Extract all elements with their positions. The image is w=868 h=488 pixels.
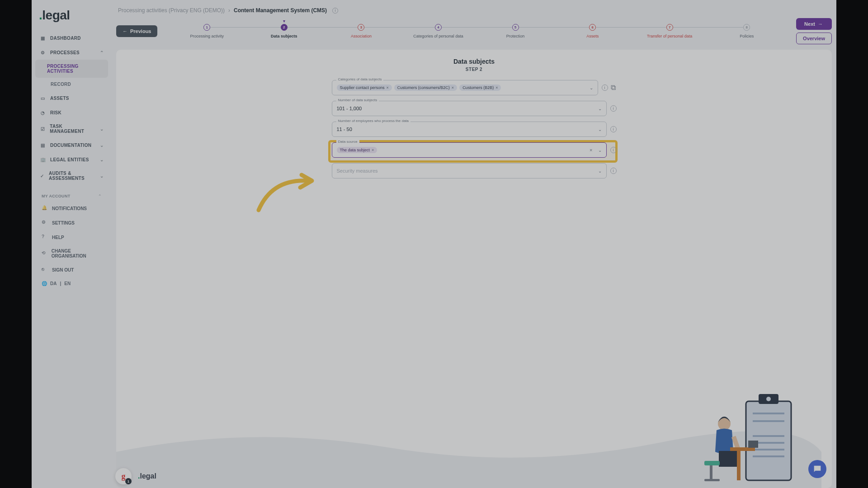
language-switch[interactable]: 🌐 DA | EN [38,277,105,290]
clear-icon[interactable]: × [590,147,592,153]
chevron-down-icon: ⌄ [100,143,104,148]
overview-button[interactable]: Overview [796,33,832,44]
chevron-right-icon: › [228,7,230,14]
nav-settings[interactable]: ⚙ SETTINGS [38,216,105,230]
current-marker-icon: ▾ [283,19,285,23]
nav-record[interactable]: RECORD [35,78,108,91]
arrow-annotation [254,169,317,215]
step-8[interactable]: 8 Policies [708,24,786,38]
nav-sign-out[interactable]: ⎋ SIGN OUT [38,263,105,277]
security-measures-select[interactable]: Security measures ⌄ [332,163,607,178]
info-icon[interactable]: i [610,105,617,112]
form-title: Data subjects [116,58,832,65]
nav-task-management[interactable]: ☑ TASK MANAGEMENT ⌄ [35,120,108,138]
nav-assets[interactable]: ▭ ASSETS [35,91,108,105]
info-icon[interactable]: i [332,8,338,14]
risk-icon: ◔ [40,109,46,116]
step-1[interactable]: 1 Processing activity [168,24,245,38]
tasks-icon: ☑ [40,126,46,132]
field-label-num-employees: Number of employees who process the data [336,119,411,123]
nav-audits[interactable]: ✓ AUDITS & ASSESSMENTS ⌄ [35,167,108,185]
data-source-input[interactable] [379,147,592,153]
previous-button[interactable]: ← Previous [116,25,157,37]
info-icon[interactable]: i [610,168,617,174]
chevron-down-icon[interactable]: ⌄ [590,85,593,90]
nav-help[interactable]: ? HELP [38,230,105,244]
assets-icon: ▭ [40,95,46,101]
copy-icon[interactable]: ⧉ [610,84,617,91]
dashboard-icon: ▦ [40,35,46,41]
svg-rect-11 [719,451,737,467]
chevron-down-icon[interactable]: ⌄ [598,169,602,174]
nav-notifications[interactable]: 🔔 NOTIFICATIONS [38,201,105,216]
nav-processing-activities[interactable]: PROCESSING ACTIVITIES [35,60,108,78]
step-3[interactable]: 3 Association [323,24,400,38]
chip-data-subject[interactable]: The data subject× [337,147,377,153]
chevron-down-icon[interactable]: ⌄ [598,148,602,153]
documentation-icon: ▤ [40,142,46,148]
footer-logo: .legal [138,472,156,480]
step-4[interactable]: 4 Categories of personal data [400,24,477,38]
chevron-up-icon: ⌃ [100,50,104,55]
next-button[interactable]: Next → [796,18,832,30]
info-icon[interactable]: i [602,84,608,91]
audits-icon: ✓ [40,173,45,179]
logo: .legal [35,4,108,31]
chat-button[interactable] [808,460,826,478]
chevron-down-icon: ⌄ [100,174,104,178]
stepper: 1 Processing activity ▾ 2 Data subjects … [162,24,792,38]
chip-b2b[interactable]: Customers (B2B)× [459,84,501,91]
breadcrumb-current: Content Management System (CMS) [234,7,327,14]
step-5[interactable]: 5 Protection [477,24,554,38]
switch-icon: ⟲ [42,250,47,257]
num-employees-select[interactable]: 11 - 50 ⌄ [332,122,607,137]
field-label-categories: Categories of data subjects [336,77,384,81]
breadcrumb-parent[interactable]: Processing activities (Privacy ENG (DEMO… [118,7,225,14]
nav-processes[interactable]: ⚙ PROCESSES ⌃ [35,45,108,60]
field-label-num-subjects: Number of data subjects [336,98,379,102]
step-6[interactable]: 6 Assets [554,24,631,38]
step-7[interactable]: 7 Transfer of personal data [631,24,708,38]
chip-remove-icon[interactable]: × [495,85,498,90]
info-icon[interactable]: i [610,147,617,153]
info-icon[interactable]: i [610,126,617,132]
footer: g 1 .legal [115,468,836,484]
content-card: Data subjects STEP 2 Categories of data … [116,50,832,488]
legal-entities-icon: 🏢 [40,156,46,163]
breadcrumb: Processing activities (Privacy ENG (DEMO… [116,5,832,18]
chevron-down-icon[interactable]: ⌄ [598,127,602,132]
chevron-down-icon: ⌄ [100,127,104,131]
categories-select[interactable]: Supplier contact persons× Customers (con… [332,80,598,95]
nav-dashboard[interactable]: ▦ DASHBOARD [35,31,108,45]
nav-change-org[interactable]: ⟲ CHANGE ORGANISATION [38,244,105,263]
chip-remove-icon[interactable]: × [372,148,374,152]
chevron-down-icon[interactable]: ⌄ [598,106,602,111]
chevron-up-icon[interactable]: ⌃ [98,194,102,198]
step-2[interactable]: ▾ 2 Data subjects [245,24,323,38]
arrow-left-icon: ← [123,28,127,34]
gear-icon: ⚙ [42,220,48,226]
bell-icon: 🔔 [42,205,48,211]
help-icon: ? [42,234,48,240]
chip-supplier[interactable]: Supplier contact persons× [337,84,392,91]
data-source-select[interactable]: The data subject× × ⌄ [332,142,607,158]
svg-point-2 [766,397,771,401]
footer-badge[interactable]: g 1 [115,468,132,484]
arrow-right-icon: → [818,21,823,27]
chip-b2c[interactable]: Customers (consumers/B2C)× [394,84,457,91]
globe-icon: 🌐 [42,281,47,286]
nav-legal-entities[interactable]: 🏢 LEGAL ENTITIES ⌄ [35,152,108,167]
num-subjects-select[interactable]: 101 - 1,000 ⌄ [332,101,607,116]
account-section: MY ACCOUNT ⌃ 🔔 NOTIFICATIONS ⚙ SETTINGS … [35,188,108,293]
signout-icon: ⎋ [42,267,48,273]
account-header: MY ACCOUNT [42,194,71,198]
main-content: Processing activities (Privacy ENG (DEMO… [112,0,836,488]
chip-remove-icon[interactable]: × [452,85,454,90]
nav-documentation[interactable]: ▤ DOCUMENTATION ⌄ [35,138,108,152]
svg-rect-13 [748,441,758,448]
field-label-data-source: Data source [336,140,359,144]
form-subtitle: STEP 2 [116,67,832,72]
chip-remove-icon[interactable]: × [387,85,389,90]
nav-risk[interactable]: ◔ RISK [35,105,108,120]
processes-icon: ⚙ [40,49,46,56]
